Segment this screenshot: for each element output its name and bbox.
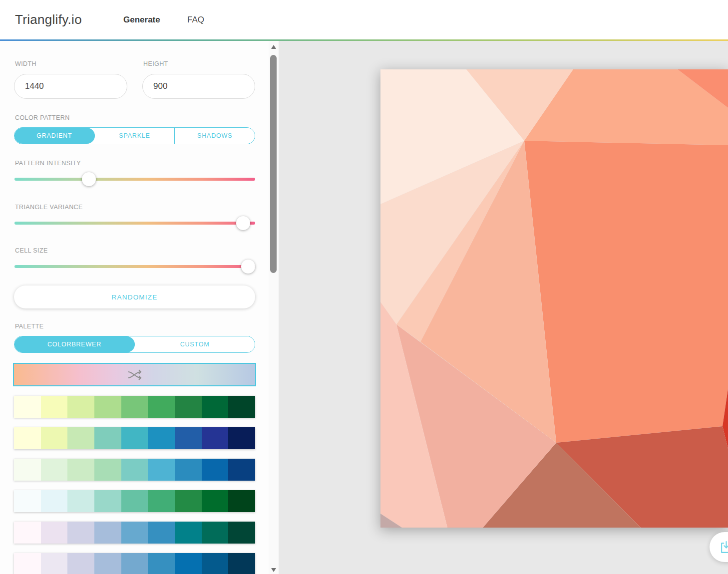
nav-faq[interactable]: FAQ: [187, 0, 204, 39]
app-header: Trianglify.io Generate FAQ: [0, 0, 728, 39]
palette-option-colorbrewer[interactable]: COLORBREWER: [14, 336, 135, 352]
palette-swatch: [202, 459, 229, 481]
width-label: WIDTH: [15, 60, 36, 67]
palette-swatch: [202, 490, 229, 512]
palette-swatch: [121, 490, 148, 512]
scroll-up-arrow-icon[interactable]: [271, 45, 276, 49]
palette-swatch: [41, 522, 68, 544]
palette-swatch: [14, 490, 41, 512]
palette-swatch: [202, 396, 229, 418]
palette-swatch: [228, 396, 255, 418]
shuffle-icon: [127, 369, 142, 381]
palette-swatch: [14, 427, 41, 449]
width-input[interactable]: [14, 74, 127, 99]
palette-swatch: [148, 427, 175, 449]
palette-swatch: [41, 553, 68, 574]
palette-swatch: [41, 396, 68, 418]
palette-swatch: [94, 553, 121, 574]
cell-size-slider-handle[interactable]: [241, 260, 255, 274]
selected-palette-strip[interactable]: [13, 363, 256, 386]
palette-swatch: [228, 459, 255, 481]
header-gradient-divider: [0, 39, 728, 41]
palette-option-custom[interactable]: CUSTOM: [135, 336, 255, 352]
palette-swatch: [14, 522, 41, 544]
palette-row-BuGn[interactable]: [14, 490, 255, 512]
palette-swatch: [67, 553, 94, 574]
randomize-button[interactable]: RANDOMIZE: [14, 286, 255, 308]
palette-swatch: [202, 522, 229, 544]
trianglify-pattern: [380, 69, 728, 528]
triangle-variance-slider-handle[interactable]: [236, 216, 250, 230]
palette-swatch: [228, 490, 255, 512]
pattern-triangle: [524, 141, 728, 443]
palette-swatch: [121, 553, 148, 574]
palette-swatch: [94, 459, 121, 481]
palette-row-GnBu[interactable]: [14, 459, 255, 481]
palette-swatch: [175, 396, 202, 418]
palette-swatch: [14, 459, 41, 481]
palette-swatch: [202, 553, 229, 574]
palette-swatch: [94, 396, 121, 418]
download-icon: [720, 541, 728, 554]
palette-swatch: [94, 522, 121, 544]
pattern-intensity-label: PATTERN INTENSITY: [15, 160, 81, 167]
palette-swatch: [175, 490, 202, 512]
palette-swatch: [148, 396, 175, 418]
palette-swatch: [94, 490, 121, 512]
palette-row-PuBu[interactable]: [14, 553, 255, 574]
color-pattern-option-gradient[interactable]: GRADIENT: [14, 128, 95, 144]
palette-swatch: [121, 427, 148, 449]
palette-swatch: [67, 459, 94, 481]
cell-size-slider-track[interactable]: [14, 265, 255, 268]
pattern-preview: [380, 69, 728, 528]
palette-swatch: [67, 396, 94, 418]
palette-swatch: [202, 427, 229, 449]
palette-swatch: [228, 522, 255, 544]
palette-swatch: [148, 553, 175, 574]
color-pattern-toggle: GRADIENT SPARKLE SHADOWS: [14, 127, 255, 144]
palette-swatch: [67, 522, 94, 544]
palette-swatch: [41, 490, 68, 512]
palette-swatch: [228, 553, 255, 574]
palette-swatch: [94, 427, 121, 449]
sidebar-scrollbar: [269, 41, 279, 574]
palette-row-YlGn[interactable]: [14, 396, 255, 418]
color-pattern-option-sparkle[interactable]: SPARKLE: [95, 128, 175, 144]
palette-source-toggle: COLORBREWER CUSTOM: [14, 336, 255, 353]
scroll-down-arrow-icon[interactable]: [271, 568, 276, 572]
palette-swatch: [148, 490, 175, 512]
palette-swatch: [175, 522, 202, 544]
palette-swatch: [14, 396, 41, 418]
palette-swatch: [14, 553, 41, 574]
palette-row-YlGnBu[interactable]: [14, 427, 255, 449]
triangle-variance-label: TRIANGLE VARIANCE: [15, 204, 83, 211]
palette-swatch: [148, 459, 175, 481]
palette-swatch: [121, 396, 148, 418]
pattern-intensity-slider-handle[interactable]: [82, 172, 96, 186]
palette-swatch: [67, 427, 94, 449]
palette-row-PuBuGn[interactable]: [14, 522, 255, 544]
color-pattern-label: COLOR PATTERN: [15, 114, 70, 121]
palette-label: PALETTE: [15, 323, 43, 330]
cell-size-label: CELL SIZE: [15, 247, 48, 254]
palette-swatch: [175, 427, 202, 449]
app-logo: Trianglify.io: [15, 0, 82, 39]
scrollbar-thumb[interactable]: [270, 55, 277, 273]
palette-swatch: [121, 522, 148, 544]
palette-swatch: [41, 427, 68, 449]
height-input[interactable]: [142, 74, 255, 99]
height-label: HEIGHT: [143, 60, 168, 67]
color-pattern-option-shadows[interactable]: SHADOWS: [175, 128, 255, 144]
nav-generate[interactable]: Generate: [123, 0, 160, 39]
palette-swatch: [121, 459, 148, 481]
pattern-intensity-slider-track[interactable]: [14, 178, 255, 181]
triangle-variance-slider-track[interactable]: [14, 222, 255, 225]
controls-sidebar: WIDTH HEIGHT COLOR PATTERN GRADIENT SPAR…: [0, 41, 270, 574]
palette-swatch: [228, 427, 255, 449]
palette-swatch: [175, 553, 202, 574]
palette-swatch: [175, 459, 202, 481]
palette-swatch: [67, 490, 94, 512]
palette-swatch: [41, 459, 68, 481]
palette-swatch: [148, 522, 175, 544]
